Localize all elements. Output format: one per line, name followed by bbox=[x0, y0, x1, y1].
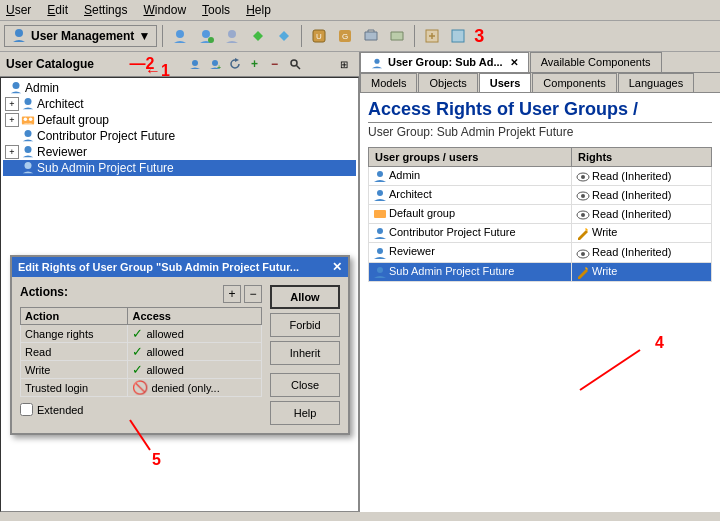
tree-label-default-group: Default group bbox=[37, 113, 109, 127]
tree-item-contributor[interactable]: Contributor Project Future bbox=[3, 128, 356, 144]
rights-user-cell: Reviewer bbox=[369, 243, 572, 262]
menu-settings[interactable]: Settings bbox=[82, 2, 129, 18]
expand-default-group[interactable]: + bbox=[5, 113, 19, 127]
menu-edit[interactable]: Edit bbox=[45, 2, 70, 18]
svg-point-0 bbox=[15, 29, 23, 37]
tree-item-admin[interactable]: Admin bbox=[3, 80, 356, 96]
sub-tab-users[interactable]: Users bbox=[479, 73, 532, 92]
action-cell: Trusted login bbox=[21, 379, 128, 397]
left-panel-expand[interactable]: ⊞ bbox=[335, 55, 353, 73]
rights-table-row[interactable]: AdminRead (Inherited) bbox=[369, 167, 712, 186]
svg-point-35 bbox=[377, 228, 383, 234]
catalogue-btn-search[interactable] bbox=[286, 55, 304, 73]
extended-label[interactable]: Extended bbox=[20, 403, 262, 416]
inherit-button[interactable]: Inherit bbox=[270, 341, 340, 365]
forbid-button[interactable]: Forbid bbox=[270, 313, 340, 337]
dialog-body: Actions: + − Action Access bbox=[12, 277, 348, 433]
toolbar-btn-7[interactable]: G bbox=[333, 24, 357, 48]
svg-point-2 bbox=[202, 30, 210, 38]
menu-tools[interactable]: Tools bbox=[200, 2, 232, 18]
svg-point-24 bbox=[25, 162, 32, 169]
toolbar-btn-3[interactable] bbox=[220, 24, 244, 48]
sub-tab-components[interactable]: Components bbox=[532, 73, 616, 92]
toolbar-btn-11[interactable] bbox=[446, 24, 470, 48]
actions-table-row[interactable]: Trusted login🚫denied (only... bbox=[21, 379, 262, 397]
toolbar-btn-1[interactable] bbox=[168, 24, 192, 48]
toolbar-separator-2 bbox=[301, 25, 302, 47]
extended-checkbox[interactable] bbox=[20, 403, 33, 416]
dialog-main: Actions: + − Action Access bbox=[20, 285, 262, 425]
svg-point-23 bbox=[25, 146, 32, 153]
tab-available-label: Available Components bbox=[541, 56, 651, 68]
tree-label-architect: Architect bbox=[37, 97, 84, 111]
allow-button[interactable]: Allow bbox=[270, 285, 340, 309]
svg-point-17 bbox=[13, 82, 20, 89]
dialog-actions-section: Actions: + − Action Access bbox=[20, 285, 262, 397]
expand-architect[interactable]: + bbox=[5, 97, 19, 111]
catalogue-btn-remove[interactable]: − bbox=[266, 55, 284, 73]
rights-table-row[interactable]: Sub Admin Project FutureWrite bbox=[369, 262, 712, 281]
menu-user[interactable]: User bbox=[4, 2, 33, 18]
actions-table-row[interactable]: Change rights✓allowed bbox=[21, 325, 262, 343]
tree-item-reviewer[interactable]: + Reviewer bbox=[3, 144, 356, 160]
svg-point-4 bbox=[228, 30, 236, 38]
sub-tab-models[interactable]: Models bbox=[360, 73, 417, 92]
rights-table-row[interactable]: ReviewerRead (Inherited) bbox=[369, 243, 712, 262]
help-button[interactable]: Help bbox=[270, 401, 340, 425]
svg-point-29 bbox=[377, 190, 383, 196]
rights-right-cell: Read (Inherited) bbox=[572, 205, 712, 224]
tab-available-components[interactable]: Available Components bbox=[530, 52, 662, 72]
edit-rights-dialog: Edit Rights of User Group "Sub Admin Pro… bbox=[10, 255, 350, 435]
actions-table-row[interactable]: Write✓allowed bbox=[21, 361, 262, 379]
catalogue-btn-add[interactable]: + bbox=[246, 55, 264, 73]
svg-text:U: U bbox=[316, 32, 322, 41]
rights-table-row[interactable]: Contributor Project FutureWrite bbox=[369, 224, 712, 243]
actions-table-row[interactable]: Read✓allowed bbox=[21, 343, 262, 361]
menu-bar: User Edit Settings Window Tools Help bbox=[0, 0, 720, 21]
catalogue-btn-1[interactable] bbox=[186, 55, 204, 73]
toolbar-btn-6[interactable]: U bbox=[307, 24, 331, 48]
toolbar-btn-10[interactable] bbox=[420, 24, 444, 48]
sub-tab-languages[interactable]: Languages bbox=[618, 73, 694, 92]
toolbar-btn-2[interactable] bbox=[194, 24, 218, 48]
dialog-close-btn[interactable]: ✕ bbox=[332, 260, 342, 274]
toolbar-btn-5[interactable] bbox=[272, 24, 296, 48]
svg-text:+: + bbox=[217, 64, 221, 70]
catalogue-btn-refresh[interactable] bbox=[226, 55, 244, 73]
tab-close-btn[interactable]: ✕ bbox=[510, 57, 518, 68]
tree-item-architect[interactable]: + Architect bbox=[3, 96, 356, 112]
denied-circle-icon: 🚫 bbox=[132, 380, 148, 395]
svg-point-11 bbox=[192, 60, 198, 66]
tab-user-group[interactable]: User Group: Sub Ad... ✕ bbox=[360, 52, 529, 72]
dialog-layout: Actions: + − Action Access bbox=[20, 285, 340, 425]
actions-add-btn[interactable]: + bbox=[223, 285, 241, 303]
sub-tab-objects[interactable]: Objects bbox=[418, 73, 477, 92]
toolbar-btn-8[interactable] bbox=[359, 24, 383, 48]
tree-item-sub-admin[interactable]: Sub Admin Project Future bbox=[3, 160, 356, 176]
dialog-buttons: Allow Forbid Inherit Close Help bbox=[270, 285, 340, 425]
toolbar-btn-4[interactable] bbox=[246, 24, 270, 48]
menu-help[interactable]: Help bbox=[244, 2, 273, 18]
tree-item-default-group[interactable]: + Default group bbox=[3, 112, 356, 128]
right-panel: User Group: Sub Ad... ✕ Available Compon… bbox=[360, 52, 720, 512]
menu-window[interactable]: Window bbox=[141, 2, 188, 18]
svg-point-22 bbox=[25, 130, 32, 137]
svg-text:G: G bbox=[342, 32, 348, 41]
user-management-button[interactable]: User Management ▼ bbox=[4, 25, 157, 47]
tree-label-sub-admin: Sub Admin Project Future bbox=[37, 161, 174, 175]
user-mgmt-dropdown-icon[interactable]: ▼ bbox=[138, 29, 150, 43]
rights-user-cell: Default group bbox=[369, 205, 572, 224]
toolbar-btn-9[interactable] bbox=[385, 24, 409, 48]
col-rights-header: Rights bbox=[572, 148, 712, 167]
svg-point-36 bbox=[377, 248, 383, 254]
actions-remove-btn[interactable]: − bbox=[244, 285, 262, 303]
rights-table-row[interactable]: ArchitectRead (Inherited) bbox=[369, 186, 712, 205]
col-users-header: User groups / users bbox=[369, 148, 572, 167]
svg-point-3 bbox=[208, 37, 214, 43]
toolbar-separator-1 bbox=[162, 25, 163, 47]
rights-user-cell: Sub Admin Project Future bbox=[369, 262, 572, 281]
expand-reviewer[interactable]: + bbox=[5, 145, 19, 159]
catalogue-btn-2[interactable]: + bbox=[206, 55, 224, 73]
close-button[interactable]: Close bbox=[270, 373, 340, 397]
rights-table-row[interactable]: Default groupRead (Inherited) bbox=[369, 205, 712, 224]
